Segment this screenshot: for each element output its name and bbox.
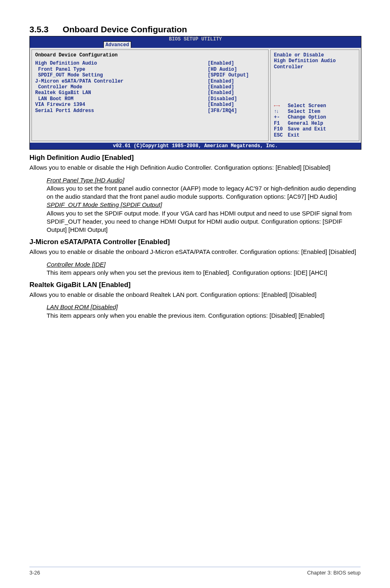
- bios-setting-value: [Enabled]: [208, 102, 265, 108]
- bios-setting-value: [Enabled]: [208, 79, 265, 84]
- section-number: 3.5.3: [29, 25, 49, 34]
- bios-help-key-line: +-Change Option: [274, 114, 356, 120]
- bios-setting-value: [HD Audio]: [208, 67, 265, 72]
- bios-setting-key: High Definition Audio: [35, 61, 208, 66]
- bios-setting-key: Front Panel Type: [35, 67, 208, 72]
- bios-help-line: Enable or Disable: [274, 52, 356, 58]
- bios-help-key-line: F10Save and Exit: [274, 126, 356, 132]
- bios-help-symbol: F10: [274, 126, 288, 132]
- bios-help-key-line: F1General Help: [274, 121, 356, 126]
- bios-topbar: BIOS SETUP UTILITY Advanced: [30, 36, 361, 48]
- heading-realtek: Realtek GigaBit LAN [Enabled]: [29, 281, 361, 289]
- bios-setting-value: [SPDIF Output]: [208, 72, 265, 78]
- bios-help-key-line: Select Screen: [274, 103, 356, 109]
- bios-help-text: Change Option: [288, 114, 326, 120]
- bios-setting-value: [Disabled]: [208, 96, 265, 102]
- paragraph: Allows you to enable or disable the High…: [29, 164, 361, 172]
- bios-help-text: Exit: [288, 132, 300, 138]
- bios-setting-row[interactable]: Serial Port1 Address[3F8/IRQ4]: [35, 108, 265, 114]
- bios-setting-key: LAN Boot ROM: [35, 96, 208, 102]
- section-heading: 3.5.3 Onboard Device Configuration: [29, 25, 361, 34]
- bios-setting-key: VIA Firewire 1394: [35, 102, 208, 108]
- paragraph: This item appears only when you enable t…: [47, 312, 361, 320]
- heading-hd-audio: High Definition Audio [Enabled]: [29, 154, 361, 162]
- bios-help-symbol: ESC: [274, 132, 288, 138]
- paragraph: Allows you to enable or disable the onbo…: [29, 291, 361, 299]
- bios-setting-row[interactable]: Front Panel Type[HD Audio]: [35, 67, 265, 72]
- bios-help-text: Select Item: [288, 109, 320, 114]
- section-title: Onboard Device Configuration: [63, 25, 187, 34]
- bios-setting-row[interactable]: LAN Boot ROM[Disabled]: [35, 96, 265, 102]
- bios-help-symbol: F1: [274, 121, 288, 126]
- subheading-controller-mode: Controller Mode [IDE]: [47, 261, 105, 268]
- bios-setting-key: SPDIF_OUT Mode Setting: [35, 72, 208, 78]
- bios-help-text: Save and Exit: [288, 126, 326, 132]
- bios-setting-key: Realtek GigaBit LAN: [35, 90, 208, 96]
- bios-setting-row[interactable]: Controller Mode[Enabled]: [35, 84, 265, 90]
- bios-setting-value: [3F8/IRQ4]: [208, 108, 265, 114]
- bios-tab-advanced[interactable]: Advanced: [103, 41, 131, 48]
- bios-title: BIOS SETUP UTILITY: [30, 36, 361, 42]
- bios-help-symbol: +-: [274, 114, 288, 120]
- bios-setting-value: [Enabled]: [208, 61, 265, 66]
- bios-help-text: General Help: [288, 121, 323, 126]
- bios-left-panel: Onboard Device Configuration High Defini…: [31, 49, 269, 141]
- heading-jmicron: J-Micron eSATA/PATA Controller [Enabled]: [29, 238, 361, 246]
- subheading-spdif: SPDIF_OUT Mode Setting [SPDIF Output]: [47, 201, 162, 208]
- bios-setting-row[interactable]: VIA Firewire 1394[Enabled]: [35, 102, 265, 108]
- bios-footer: v02.61 (C)Copyright 1985-2008, American …: [30, 143, 361, 149]
- bios-window: BIOS SETUP UTILITY Advanced Onboard Devi…: [29, 36, 361, 150]
- bios-help-text: Select Screen: [288, 103, 326, 109]
- subheading-lan-boot-rom: LAN Boot ROM [Disabled]: [47, 303, 118, 310]
- bios-help-symbol: [274, 103, 288, 109]
- bios-setting-row[interactable]: J-Micron eSATA/PATA Controller[Enabled]: [35, 79, 265, 84]
- bios-setting-row[interactable]: Realtek GigaBit LAN[Enabled]: [35, 90, 265, 96]
- bios-help-panel: Enable or Disable High Definition Audio …: [270, 49, 359, 141]
- subheading-front-panel: Front Panel Type [HD Audio]: [47, 177, 124, 184]
- paragraph: Allows you to set the SPDIF output mode.…: [47, 209, 361, 234]
- bios-setting-key: Serial Port1 Address: [35, 108, 208, 114]
- bios-setting-value: [Enabled]: [208, 84, 265, 90]
- paragraph: Allows you to enable or disable the onbo…: [29, 248, 361, 256]
- bios-help-key-line: ESCExit: [274, 132, 356, 138]
- bios-setting-key: J-Micron eSATA/PATA Controller: [35, 79, 208, 84]
- bios-setting-key: Controller Mode: [35, 84, 208, 90]
- bios-left-heading: Onboard Device Configuration: [35, 52, 265, 58]
- page-footer: 3-26 Chapter 3: BIOS setup: [29, 567, 361, 576]
- bios-help-line: Controller: [274, 64, 356, 70]
- paragraph: Allows you to set the front panel audio …: [47, 184, 361, 201]
- bios-setting-value: [Enabled]: [208, 90, 265, 96]
- bios-setting-row[interactable]: High Definition Audio[Enabled]: [35, 61, 265, 66]
- bios-help-line: High Definition Audio: [274, 58, 356, 64]
- bios-setting-row[interactable]: SPDIF_OUT Mode Setting[SPDIF Output]: [35, 72, 265, 78]
- bios-help-symbol: [274, 109, 288, 114]
- chapter-label: Chapter 3: BIOS setup: [307, 570, 361, 576]
- paragraph: This item appears only when you set the …: [47, 269, 361, 277]
- page-number: 3-26: [29, 570, 40, 576]
- bios-help-key-line: Select Item: [274, 109, 356, 114]
